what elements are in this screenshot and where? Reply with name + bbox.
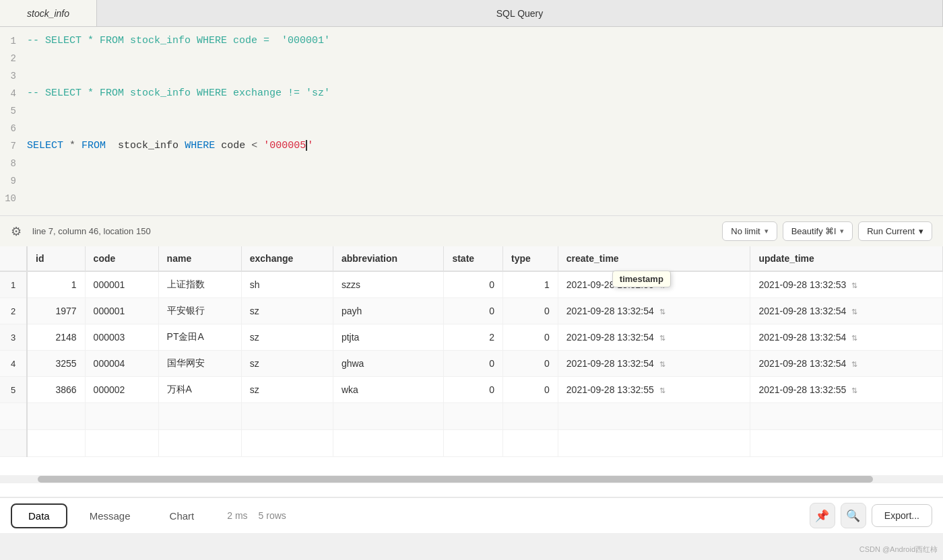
code-editor[interactable]: 1 -- SELECT * FROM stock_info WHERE code… bbox=[0, 27, 943, 215]
tab-stock-info-label: stock_info bbox=[27, 8, 69, 19]
cell-update-time-2: 2021-09-28 13:32:54 ⇅ bbox=[750, 298, 943, 324]
col-create-time[interactable]: create_time timestamp bbox=[558, 246, 750, 271]
export-label: Export... bbox=[884, 510, 919, 521]
run-button[interactable]: Run Current ▾ bbox=[858, 221, 932, 241]
bottom-tab-chart[interactable]: Chart bbox=[153, 504, 212, 528]
cell-state-4: 0 bbox=[444, 351, 503, 377]
cell-code-4: 000004 bbox=[85, 351, 158, 377]
row-num-5: 5 bbox=[0, 377, 27, 403]
cell-abbreviation-3: ptjta bbox=[333, 324, 444, 351]
cell-name-5: 万科A bbox=[158, 377, 241, 403]
cell-update-time-1: 2021-09-28 13:32:53 ⇅ bbox=[750, 271, 943, 298]
cell-abbreviation-1: szzs bbox=[333, 271, 444, 298]
tab-stock-info[interactable]: stock_info bbox=[0, 0, 97, 26]
bottom-tab-message[interactable]: Message bbox=[73, 504, 148, 528]
cell-abbreviation-5: wka bbox=[333, 377, 444, 403]
table-row-empty bbox=[0, 403, 943, 430]
beautify-dropdown[interactable]: Beautify ⌘l ▾ bbox=[783, 221, 853, 241]
bottom-right-actions: 📌 🔍 Export... bbox=[810, 503, 932, 528]
rows-badge: 5 rows bbox=[259, 510, 286, 521]
col-id[interactable]: id bbox=[27, 246, 85, 271]
beautify-label: Beautify ⌘l bbox=[791, 226, 836, 236]
no-limit-dropdown[interactable]: No limit ▾ bbox=[722, 221, 777, 241]
tab-sql-query[interactable]: SQL Query bbox=[97, 0, 943, 26]
cell-id-2: 1977 bbox=[27, 298, 85, 324]
cell-id-4: 3255 bbox=[27, 351, 85, 377]
cell-type-4: 0 bbox=[503, 351, 558, 377]
cell-create-time-5: 2021-09-28 13:32:55 ⇅ bbox=[558, 377, 750, 403]
col-exchange[interactable]: exchange bbox=[241, 246, 333, 271]
cell-id-3: 2148 bbox=[27, 324, 85, 351]
table-row: 3 2148 000003 PT金田A sz ptjta 2 0 2021-09… bbox=[0, 324, 943, 351]
tab-bar: stock_info SQL Query bbox=[0, 0, 943, 27]
results-area: id code name exchange abbreviation state… bbox=[0, 246, 943, 497]
code-line-4: 4 -- SELECT * FROM stock_info WHERE exch… bbox=[0, 85, 943, 102]
watermark: CSDN @Android西红柿 bbox=[859, 545, 938, 555]
cell-exchange-3: sz bbox=[241, 324, 333, 351]
cell-update-time-5: 2021-09-28 13:32:55 ⇅ bbox=[750, 377, 943, 403]
cell-name-3: PT金田A bbox=[158, 324, 241, 351]
row-num-4: 4 bbox=[0, 351, 27, 377]
cell-create-time-4: 2021-09-28 13:32:54 ⇅ bbox=[558, 351, 750, 377]
cell-type-5: 0 bbox=[503, 377, 558, 403]
code-line-2: 2 bbox=[0, 50, 943, 67]
col-update-time[interactable]: update_time bbox=[750, 246, 943, 271]
search-icon[interactable]: 🔍 bbox=[841, 503, 866, 528]
code-line-7: 7 SELECT * FROM stock_info WHERE code < … bbox=[0, 137, 943, 155]
table-row: 4 3255 000004 国华网安 sz ghwa 0 0 2021-09-2… bbox=[0, 351, 943, 377]
cell-id-5: 3866 bbox=[27, 377, 85, 403]
cell-id-1: 1 bbox=[27, 271, 85, 298]
chevron-down-icon: ▾ bbox=[765, 227, 769, 236]
horizontal-scrollbar[interactable] bbox=[0, 475, 943, 483]
data-tab-label: Data bbox=[28, 510, 50, 522]
code-line-9: 9 bbox=[0, 172, 943, 190]
export-button[interactable]: Export... bbox=[872, 504, 932, 527]
cell-code-2: 000001 bbox=[85, 298, 158, 324]
cell-exchange-5: sz bbox=[241, 377, 333, 403]
col-code[interactable]: code bbox=[85, 246, 158, 271]
code-line-1: 1 -- SELECT * FROM stock_info WHERE code… bbox=[0, 32, 943, 50]
code-line-3: 3 bbox=[0, 67, 943, 85]
scrollbar-thumb[interactable] bbox=[38, 476, 873, 483]
cursor-position: line 7, column 46, location 150 bbox=[32, 226, 711, 236]
cell-update-time-4: 2021-09-28 13:32:54 ⇅ bbox=[750, 351, 943, 377]
table-header-row: id code name exchange abbreviation state… bbox=[0, 246, 943, 271]
bottom-tab-data[interactable]: Data bbox=[11, 503, 67, 528]
table-row-empty-2 bbox=[0, 430, 943, 457]
cell-exchange-1: sh bbox=[241, 271, 333, 298]
cell-exchange-2: sz bbox=[241, 298, 333, 324]
row-num-3: 3 bbox=[0, 324, 27, 351]
cell-type-3: 0 bbox=[503, 324, 558, 351]
run-label: Run Current bbox=[867, 226, 915, 236]
cell-create-time-3: 2021-09-28 13:32:54 ⇅ bbox=[558, 324, 750, 351]
results-table: id code name exchange abbreviation state… bbox=[0, 246, 943, 457]
col-type[interactable]: type bbox=[503, 246, 558, 271]
cell-code-5: 000002 bbox=[85, 377, 158, 403]
row-num-2: 2 bbox=[0, 298, 27, 324]
table-container[interactable]: id code name exchange abbreviation state… bbox=[0, 246, 943, 475]
toolbar-controls: No limit ▾ Beautify ⌘l ▾ Run Current ▾ bbox=[722, 221, 932, 241]
gear-icon[interactable]: ⚙ bbox=[11, 224, 22, 239]
cell-state-1: 0 bbox=[444, 271, 503, 298]
pin-icon[interactable]: 📌 bbox=[810, 503, 835, 528]
code-lines: 1 -- SELECT * FROM stock_info WHERE code… bbox=[0, 27, 943, 213]
col-name[interactable]: name bbox=[158, 246, 241, 271]
status-bar: ⚙ line 7, column 46, location 150 No lim… bbox=[0, 215, 943, 246]
cell-code-1: 000001 bbox=[85, 271, 158, 298]
cell-name-1: 上证指数 bbox=[158, 271, 241, 298]
message-tab-label: Message bbox=[90, 510, 131, 522]
code-line-8: 8 bbox=[0, 155, 943, 172]
col-abbreviation[interactable]: abbreviation bbox=[333, 246, 444, 271]
cell-type-1: 1 bbox=[503, 271, 558, 298]
col-state[interactable]: state bbox=[444, 246, 503, 271]
row-num-1: 1 bbox=[0, 271, 27, 298]
cell-abbreviation-4: ghwa bbox=[333, 351, 444, 377]
no-limit-label: No limit bbox=[731, 226, 760, 236]
code-line-6: 6 bbox=[0, 120, 943, 137]
cell-type-2: 0 bbox=[503, 298, 558, 324]
cell-state-3: 2 bbox=[444, 324, 503, 351]
cell-state-5: 0 bbox=[444, 377, 503, 403]
cell-exchange-4: sz bbox=[241, 351, 333, 377]
bottom-action-bar: Data Message Chart 2 ms 5 rows 📌 🔍 Expor… bbox=[0, 497, 943, 533]
chevron-down-icon-2: ▾ bbox=[840, 227, 844, 236]
